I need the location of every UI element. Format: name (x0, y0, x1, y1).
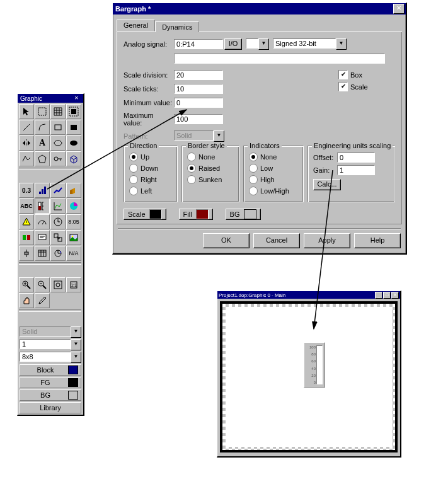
mirror-tool-icon[interactable] (19, 135, 34, 151)
close-icon[interactable]: ✕ (74, 95, 82, 102)
check-icon: ✔ (338, 82, 348, 91)
unit-dropdown[interactable] (246, 38, 258, 49)
chevron-down-icon[interactable]: ▼ (336, 38, 347, 50)
chevron-down-icon[interactable]: ▼ (258, 38, 269, 50)
io-button[interactable]: I/O (224, 38, 242, 50)
trend-tool-icon[interactable] (50, 183, 66, 198)
offset-field[interactable]: 0 (337, 153, 375, 163)
calc-button[interactable]: Calc... (313, 179, 341, 190)
arc-tool-icon[interactable] (35, 120, 50, 135)
pie-tool-icon[interactable] (66, 199, 81, 214)
fg-color-button[interactable]: FG (20, 377, 81, 388)
svg-rect-12 (39, 192, 41, 194)
radio-up[interactable]: Up (129, 153, 172, 161)
maximum-value-field[interactable]: 100 (174, 114, 223, 124)
pointer-tool-icon[interactable] (19, 104, 34, 119)
datatype-dropdown[interactable]: Signed 32-bit (273, 38, 336, 49)
rectangle-fill-tool-icon[interactable] (66, 120, 81, 135)
polygon-tool-icon[interactable] (35, 151, 50, 166)
na-tool-icon[interactable]: N/A (66, 246, 81, 261)
radio-ind-high[interactable]: High (249, 175, 298, 184)
chevron-down-icon[interactable]: ▼ (71, 352, 81, 363)
pattern-combo[interactable]: Solid ▼ (20, 326, 81, 338)
tab-general[interactable]: General (117, 20, 155, 32)
chevron-down-icon[interactable]: ▼ (71, 339, 81, 350)
bar-tool-icon[interactable] (35, 183, 50, 198)
digital-clock-tool-icon[interactable]: 8:05 (66, 214, 81, 229)
zoom-fit-icon[interactable] (50, 277, 66, 292)
eyedropper-tool-icon[interactable] (35, 293, 50, 308)
radio-right[interactable]: Right (129, 175, 172, 184)
svg-point-53 (56, 283, 60, 287)
bargraph-object[interactable]: 100 80 60 40 20 0 (304, 342, 325, 388)
hand-tool-icon[interactable] (19, 293, 34, 308)
ellipse-tool-icon[interactable] (50, 135, 66, 151)
clock-tool-icon[interactable] (50, 214, 66, 229)
text-tool-icon[interactable]: A (35, 135, 50, 151)
help-button[interactable]: Help (354, 233, 401, 248)
tab-dynamics[interactable]: Dynamics (155, 21, 199, 32)
fill-color-button[interactable]: Fill (179, 209, 213, 220)
gain-field[interactable]: 1 (337, 165, 375, 175)
checkbox-scale[interactable]: ✔ Scale (338, 82, 395, 91)
chart-tool-icon[interactable] (50, 199, 66, 214)
radio-border-sunken[interactable]: Sunken (187, 175, 234, 184)
close-icon[interactable]: ✕ (393, 4, 405, 14)
marquee-tool-icon[interactable] (35, 104, 50, 119)
bg-color-button[interactable]: BG (20, 389, 81, 401)
text-label-tool-icon[interactable]: ABC (19, 199, 34, 214)
radio-border-none[interactable]: None (187, 153, 234, 161)
preview-canvas[interactable]: 100 80 60 40 20 0 (226, 307, 392, 447)
maximize-icon[interactable]: □ (383, 292, 391, 299)
zoom-in-icon[interactable] (19, 277, 34, 292)
close-icon[interactable]: ✕ (391, 292, 399, 299)
cancel-button[interactable]: Cancel (253, 233, 300, 248)
apply-button[interactable]: Apply (304, 233, 350, 248)
scale-color-button[interactable]: Scale (123, 209, 166, 220)
image-tool-icon[interactable] (66, 230, 81, 245)
radio-ind-lowhigh[interactable]: Low/High (249, 187, 298, 195)
gridsize-combo-value[interactable]: 8x8 (20, 352, 71, 362)
line-tool-icon[interactable] (19, 120, 34, 135)
jump-tool-icon[interactable] (50, 230, 66, 245)
bargraph-tool-icon[interactable] (35, 199, 50, 214)
analog-signal-field[interactable]: 0:P14 (174, 39, 223, 49)
multi-state-tool-icon[interactable] (19, 230, 34, 245)
gauge-tool-icon[interactable] (35, 214, 50, 229)
numeric-tool-icon[interactable]: 0.3 (19, 183, 34, 198)
zoom-actual-icon[interactable]: 1:1 (66, 277, 81, 292)
chevron-down-icon[interactable]: ▼ (71, 326, 81, 338)
recipe-tool-icon[interactable] (50, 246, 66, 261)
3d-bar-tool-icon[interactable] (66, 183, 81, 198)
gridsize-combo[interactable]: 8x8 ▼ (20, 352, 81, 363)
radio-ind-none[interactable]: None (249, 153, 298, 161)
block-color-button[interactable]: Block (20, 364, 81, 376)
radio-ind-low[interactable]: Low (249, 164, 298, 173)
linewidth-combo[interactable]: 1 ▼ (20, 339, 81, 350)
scale-division-field[interactable]: 20 (174, 70, 223, 80)
ellipse-fill-tool-icon[interactable] (66, 135, 81, 151)
library-button[interactable]: Library (20, 402, 81, 413)
alarm-tool-icon[interactable] (19, 214, 34, 229)
select-all-icon[interactable] (66, 104, 81, 119)
radio-border-raised[interactable]: Raised (187, 164, 234, 173)
message-tool-icon[interactable] (35, 230, 50, 245)
minimize-icon[interactable]: _ (375, 292, 382, 299)
scale-ticks-field[interactable]: 10 (174, 84, 223, 94)
ok-button[interactable]: OK (203, 233, 250, 248)
key-tool-icon[interactable] (50, 151, 66, 166)
grid-tool-icon[interactable] (50, 104, 66, 119)
zoom-out-icon[interactable] (35, 277, 50, 292)
radio-down[interactable]: Down (129, 164, 172, 173)
3d-tool-icon[interactable] (66, 151, 81, 166)
slider-tool-icon[interactable] (19, 246, 34, 261)
description-field[interactable] (174, 54, 385, 64)
bg-color-button[interactable]: BG (226, 209, 261, 220)
linewidth-combo-value[interactable]: 1 (20, 339, 71, 349)
rectangle-tool-icon[interactable] (50, 120, 66, 135)
minimum-value-field[interactable]: 0 (174, 98, 223, 108)
radio-left[interactable]: Left (129, 187, 172, 195)
polyline-tool-icon[interactable] (19, 151, 34, 166)
checkbox-box[interactable]: ✔ Box (338, 70, 395, 79)
table-tool-icon[interactable] (35, 246, 50, 261)
